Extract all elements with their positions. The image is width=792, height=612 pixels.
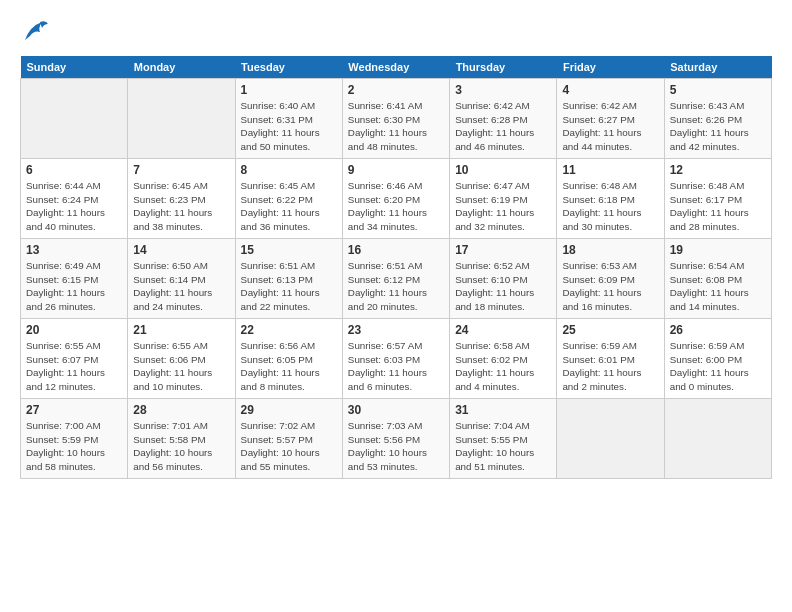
calendar-cell: 1Sunrise: 6:40 AM Sunset: 6:31 PM Daylig…: [235, 79, 342, 159]
header-cell-saturday: Saturday: [664, 56, 771, 79]
calendar-header: SundayMondayTuesdayWednesdayThursdayFrid…: [21, 56, 772, 79]
day-number: 20: [26, 323, 122, 337]
calendar-cell: 26Sunrise: 6:59 AM Sunset: 6:00 PM Dayli…: [664, 319, 771, 399]
header-cell-thursday: Thursday: [450, 56, 557, 79]
header-cell-sunday: Sunday: [21, 56, 128, 79]
day-info: Sunrise: 6:41 AM Sunset: 6:30 PM Dayligh…: [348, 99, 444, 154]
day-number: 26: [670, 323, 766, 337]
calendar-week-4: 20Sunrise: 6:55 AM Sunset: 6:07 PM Dayli…: [21, 319, 772, 399]
page: SundayMondayTuesdayWednesdayThursdayFrid…: [0, 0, 792, 489]
day-info: Sunrise: 6:58 AM Sunset: 6:02 PM Dayligh…: [455, 339, 551, 394]
day-info: Sunrise: 7:02 AM Sunset: 5:57 PM Dayligh…: [241, 419, 337, 474]
day-info: Sunrise: 6:53 AM Sunset: 6:09 PM Dayligh…: [562, 259, 658, 314]
calendar-body: 1Sunrise: 6:40 AM Sunset: 6:31 PM Daylig…: [21, 79, 772, 479]
day-info: Sunrise: 6:56 AM Sunset: 6:05 PM Dayligh…: [241, 339, 337, 394]
day-number: 25: [562, 323, 658, 337]
calendar-cell: 15Sunrise: 6:51 AM Sunset: 6:13 PM Dayli…: [235, 239, 342, 319]
day-number: 19: [670, 243, 766, 257]
day-info: Sunrise: 6:45 AM Sunset: 6:22 PM Dayligh…: [241, 179, 337, 234]
day-info: Sunrise: 7:03 AM Sunset: 5:56 PM Dayligh…: [348, 419, 444, 474]
calendar-week-2: 6Sunrise: 6:44 AM Sunset: 6:24 PM Daylig…: [21, 159, 772, 239]
header-cell-friday: Friday: [557, 56, 664, 79]
day-number: 27: [26, 403, 122, 417]
calendar-cell: 19Sunrise: 6:54 AM Sunset: 6:08 PM Dayli…: [664, 239, 771, 319]
day-info: Sunrise: 6:47 AM Sunset: 6:19 PM Dayligh…: [455, 179, 551, 234]
calendar-cell: 4Sunrise: 6:42 AM Sunset: 6:27 PM Daylig…: [557, 79, 664, 159]
header-row: SundayMondayTuesdayWednesdayThursdayFrid…: [21, 56, 772, 79]
day-number: 13: [26, 243, 122, 257]
day-info: Sunrise: 6:59 AM Sunset: 6:00 PM Dayligh…: [670, 339, 766, 394]
day-number: 28: [133, 403, 229, 417]
day-info: Sunrise: 6:55 AM Sunset: 6:06 PM Dayligh…: [133, 339, 229, 394]
day-number: 24: [455, 323, 551, 337]
day-info: Sunrise: 6:54 AM Sunset: 6:08 PM Dayligh…: [670, 259, 766, 314]
day-info: Sunrise: 7:04 AM Sunset: 5:55 PM Dayligh…: [455, 419, 551, 474]
day-number: 5: [670, 83, 766, 97]
day-info: Sunrise: 6:55 AM Sunset: 6:07 PM Dayligh…: [26, 339, 122, 394]
day-info: Sunrise: 7:01 AM Sunset: 5:58 PM Dayligh…: [133, 419, 229, 474]
calendar-week-3: 13Sunrise: 6:49 AM Sunset: 6:15 PM Dayli…: [21, 239, 772, 319]
calendar-week-1: 1Sunrise: 6:40 AM Sunset: 6:31 PM Daylig…: [21, 79, 772, 159]
calendar-cell: 29Sunrise: 7:02 AM Sunset: 5:57 PM Dayli…: [235, 399, 342, 479]
header-cell-monday: Monday: [128, 56, 235, 79]
calendar-cell: 13Sunrise: 6:49 AM Sunset: 6:15 PM Dayli…: [21, 239, 128, 319]
calendar-cell: 5Sunrise: 6:43 AM Sunset: 6:26 PM Daylig…: [664, 79, 771, 159]
header: [20, 18, 772, 46]
calendar-cell: 25Sunrise: 6:59 AM Sunset: 6:01 PM Dayli…: [557, 319, 664, 399]
day-number: 22: [241, 323, 337, 337]
calendar-cell: 18Sunrise: 6:53 AM Sunset: 6:09 PM Dayli…: [557, 239, 664, 319]
day-info: Sunrise: 6:57 AM Sunset: 6:03 PM Dayligh…: [348, 339, 444, 394]
calendar-cell: [128, 79, 235, 159]
day-number: 18: [562, 243, 658, 257]
calendar-cell: 30Sunrise: 7:03 AM Sunset: 5:56 PM Dayli…: [342, 399, 449, 479]
calendar-cell: 16Sunrise: 6:51 AM Sunset: 6:12 PM Dayli…: [342, 239, 449, 319]
day-number: 10: [455, 163, 551, 177]
day-info: Sunrise: 6:50 AM Sunset: 6:14 PM Dayligh…: [133, 259, 229, 314]
day-number: 16: [348, 243, 444, 257]
day-number: 6: [26, 163, 122, 177]
day-info: Sunrise: 6:48 AM Sunset: 6:18 PM Dayligh…: [562, 179, 658, 234]
day-number: 15: [241, 243, 337, 257]
day-info: Sunrise: 6:40 AM Sunset: 6:31 PM Dayligh…: [241, 99, 337, 154]
logo-bird-icon: [20, 18, 50, 46]
calendar-cell: 7Sunrise: 6:45 AM Sunset: 6:23 PM Daylig…: [128, 159, 235, 239]
day-info: Sunrise: 6:42 AM Sunset: 6:27 PM Dayligh…: [562, 99, 658, 154]
day-info: Sunrise: 6:52 AM Sunset: 6:10 PM Dayligh…: [455, 259, 551, 314]
day-info: Sunrise: 6:42 AM Sunset: 6:28 PM Dayligh…: [455, 99, 551, 154]
day-number: 3: [455, 83, 551, 97]
day-number: 31: [455, 403, 551, 417]
day-number: 8: [241, 163, 337, 177]
calendar-cell: 11Sunrise: 6:48 AM Sunset: 6:18 PM Dayli…: [557, 159, 664, 239]
day-number: 23: [348, 323, 444, 337]
calendar-cell: [664, 399, 771, 479]
calendar-cell: 3Sunrise: 6:42 AM Sunset: 6:28 PM Daylig…: [450, 79, 557, 159]
day-number: 9: [348, 163, 444, 177]
calendar-cell: 21Sunrise: 6:55 AM Sunset: 6:06 PM Dayli…: [128, 319, 235, 399]
calendar-cell: [21, 79, 128, 159]
day-info: Sunrise: 6:45 AM Sunset: 6:23 PM Dayligh…: [133, 179, 229, 234]
calendar-cell: 8Sunrise: 6:45 AM Sunset: 6:22 PM Daylig…: [235, 159, 342, 239]
day-number: 17: [455, 243, 551, 257]
day-info: Sunrise: 6:46 AM Sunset: 6:20 PM Dayligh…: [348, 179, 444, 234]
logo: [20, 18, 54, 46]
day-info: Sunrise: 6:44 AM Sunset: 6:24 PM Dayligh…: [26, 179, 122, 234]
day-info: Sunrise: 6:59 AM Sunset: 6:01 PM Dayligh…: [562, 339, 658, 394]
day-number: 21: [133, 323, 229, 337]
calendar-cell: 14Sunrise: 6:50 AM Sunset: 6:14 PM Dayli…: [128, 239, 235, 319]
calendar-cell: 28Sunrise: 7:01 AM Sunset: 5:58 PM Dayli…: [128, 399, 235, 479]
day-number: 12: [670, 163, 766, 177]
calendar-cell: 31Sunrise: 7:04 AM Sunset: 5:55 PM Dayli…: [450, 399, 557, 479]
calendar-cell: 10Sunrise: 6:47 AM Sunset: 6:19 PM Dayli…: [450, 159, 557, 239]
calendar-cell: 9Sunrise: 6:46 AM Sunset: 6:20 PM Daylig…: [342, 159, 449, 239]
day-info: Sunrise: 6:48 AM Sunset: 6:17 PM Dayligh…: [670, 179, 766, 234]
calendar-cell: 27Sunrise: 7:00 AM Sunset: 5:59 PM Dayli…: [21, 399, 128, 479]
calendar-cell: 6Sunrise: 6:44 AM Sunset: 6:24 PM Daylig…: [21, 159, 128, 239]
day-number: 2: [348, 83, 444, 97]
day-number: 30: [348, 403, 444, 417]
day-info: Sunrise: 6:49 AM Sunset: 6:15 PM Dayligh…: [26, 259, 122, 314]
calendar-week-5: 27Sunrise: 7:00 AM Sunset: 5:59 PM Dayli…: [21, 399, 772, 479]
calendar-table: SundayMondayTuesdayWednesdayThursdayFrid…: [20, 56, 772, 479]
calendar-cell: 22Sunrise: 6:56 AM Sunset: 6:05 PM Dayli…: [235, 319, 342, 399]
day-info: Sunrise: 6:51 AM Sunset: 6:12 PM Dayligh…: [348, 259, 444, 314]
day-number: 29: [241, 403, 337, 417]
